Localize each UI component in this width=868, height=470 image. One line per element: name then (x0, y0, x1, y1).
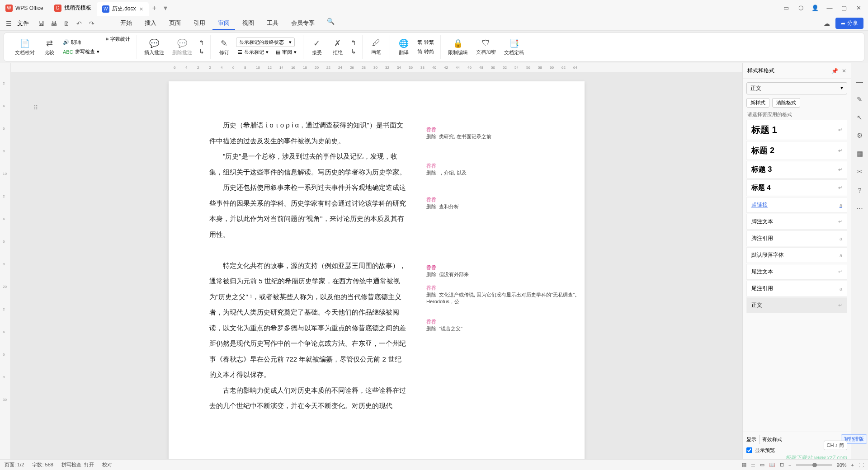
encrypt-button[interactable]: 🛡文档加密 (473, 38, 499, 56)
page-indicator[interactable]: 页面: 1/2 (5, 461, 24, 468)
revision-item[interactable]: 香香删除: 类研究, 在书面记录之前 (426, 127, 580, 140)
zoom-slider[interactable] (796, 464, 832, 466)
view-web-icon[interactable]: ▭ (760, 462, 764, 468)
close-panel-icon[interactable]: ✕ (842, 68, 846, 74)
revision-item[interactable]: 香香删除: "谎言之父" (426, 319, 580, 332)
next-comment-icon[interactable]: ↳ (198, 47, 206, 56)
proof-status[interactable]: 校对 (102, 461, 112, 468)
fullscreen-icon[interactable]: ⛶ (859, 462, 863, 468)
zoom-out-icon[interactable]: − (788, 462, 791, 468)
share-button[interactable]: ➦ 分享 (835, 18, 863, 29)
read-aloud-button[interactable]: 🔊朗诵 (61, 38, 101, 47)
tab-view[interactable]: 视图 (237, 17, 259, 30)
template-tab[interactable]: D 找稻壳模板 (49, 1, 97, 15)
redo-icon[interactable]: ↷ (88, 19, 96, 28)
view-read-icon[interactable]: 📖 (769, 462, 775, 468)
print-icon[interactable]: 🖶 (50, 19, 58, 28)
ink-button[interactable]: 🖊画笔 (367, 38, 385, 56)
style-item[interactable]: 脚注引用a (746, 230, 847, 246)
minimize-icon[interactable]: — (826, 4, 834, 12)
tab-menu-button[interactable]: ▾ (160, 4, 171, 12)
tab-vip[interactable]: 会员专享 (286, 17, 320, 30)
compare-button[interactable]: ⇄比较 (40, 38, 58, 57)
style-item[interactable]: 超链接a (746, 197, 847, 213)
tab-reference[interactable]: 引用 (188, 17, 211, 30)
show-markup-button[interactable]: ☰显示标记▾ (236, 48, 270, 56)
word-count-button[interactable]: ⌗字数统计 (104, 35, 132, 43)
undo-icon[interactable]: ↶ (75, 19, 83, 28)
prev-change-icon[interactable]: ↰ (349, 38, 358, 47)
zoom-level[interactable]: 90% (837, 462, 847, 468)
current-style-dropdown[interactable]: 正文 ▾ (746, 82, 847, 94)
to-simplified-button[interactable]: 简转简 (415, 47, 436, 56)
new-tab-button[interactable]: + (149, 4, 160, 12)
pin-icon[interactable]: 📌 (831, 68, 838, 74)
save-icon[interactable]: 🖫 (37, 19, 45, 28)
file-menu[interactable]: 文件 (17, 19, 29, 28)
zoom-in-icon[interactable]: + (851, 462, 854, 468)
tools-icon[interactable]: ✂ (855, 167, 864, 176)
style-item[interactable]: 标题 3↵ (746, 161, 847, 179)
document-area[interactable]: 6422468101214161820222426283032343638404… (11, 63, 742, 459)
tab-tools[interactable]: 工具 (261, 17, 284, 30)
window-pip-icon[interactable]: ▭ (782, 4, 790, 12)
prev-comment-icon[interactable]: ↰ (198, 38, 206, 47)
tab-start[interactable]: 开始 (115, 17, 137, 30)
view-print-icon[interactable]: ▦ (742, 462, 746, 468)
help-icon[interactable]: ? (855, 185, 864, 194)
to-traditional-button[interactable]: 繁转繁 (415, 38, 436, 47)
revision-item[interactable]: 香香删除: 但没有外部来 (426, 264, 580, 278)
review-pane-button[interactable]: ▤审阅▾ (274, 48, 298, 56)
tab-review[interactable]: 审阅 (212, 17, 235, 30)
doc-proofing-button[interactable]: 📄文档校对 (12, 38, 38, 57)
revision-item[interactable]: 香香删除: 查和分析 (426, 197, 580, 210)
reject-button[interactable]: ✗拒绝 (329, 38, 347, 57)
spell-status[interactable]: 拼写检查: 打开 (61, 461, 94, 468)
style-item[interactable]: 脚注文本↵ (746, 214, 847, 230)
close-window-icon[interactable]: ✕ (854, 4, 863, 12)
view-outline-icon[interactable]: ☰ (751, 462, 755, 468)
cube-icon[interactable]: ⬡ (797, 4, 805, 12)
print-preview-icon[interactable]: 🗎 (62, 19, 71, 28)
ime-indicator[interactable]: CH ♪ 简 (824, 441, 848, 450)
revision-item[interactable]: 香香删除: 文化遗产或传说, 因为它们没有显示出对历史学科的"无私调查"。Her… (426, 285, 580, 305)
gallery-icon[interactable]: ▦ (855, 149, 864, 158)
insert-comment-button[interactable]: 💬插入批注 (142, 38, 167, 57)
maximize-icon[interactable]: ▢ (840, 4, 848, 12)
style-item[interactable]: 默认段落字体a (746, 247, 847, 263)
style-list[interactable]: 标题 1↵标题 2↵标题 3↵标题 4↵超链接a脚注文本↵脚注引用a默认段落字体… (743, 120, 851, 432)
spell-check-button[interactable]: ABC拼写检查▾ (61, 47, 101, 56)
delete-comment-button[interactable]: 💬删除批注 (170, 38, 195, 57)
tab-page[interactable]: 页面 (164, 17, 186, 30)
app-tab[interactable]: W WPS Office (0, 1, 49, 15)
clear-format-button[interactable]: 清除格式 (772, 98, 800, 108)
settings-icon[interactable]: ⚙ (855, 131, 864, 140)
menu-icon[interactable]: ☰ (5, 19, 13, 28)
style-item[interactable]: 标题 2↵ (746, 141, 847, 160)
search-icon[interactable]: 🔍 (326, 17, 335, 25)
restrict-edit-button[interactable]: 🔒限制编辑 (445, 38, 471, 57)
document-tab[interactable]: W 历史.docx × (97, 2, 149, 16)
accept-button[interactable]: ✓接受 (308, 38, 326, 57)
more-icon[interactable]: ⋯ (855, 203, 864, 212)
markup-display-dropdown[interactable]: 显示标记的最终状态▾ (236, 38, 295, 47)
next-change-icon[interactable]: ↳ (349, 47, 358, 56)
page-content[interactable]: 历史（希腊语 ἱ σ τ ο ρ ί α，通过调查获得的知识"）是书面文件中描述… (169, 81, 422, 459)
style-item[interactable]: 尾注文本↵ (746, 264, 847, 280)
new-style-button[interactable]: 新样式 (746, 98, 769, 108)
close-tab-icon[interactable]: × (139, 5, 143, 13)
style-item[interactable]: 标题 4↵ (746, 179, 847, 196)
track-changes-button[interactable]: ✎修订 (215, 38, 233, 57)
checkbox-input[interactable] (746, 447, 752, 453)
style-item[interactable]: 尾注引用a (746, 281, 847, 296)
cloud-sync-icon[interactable]: ☁ (823, 19, 831, 28)
view-focus-icon[interactable]: ⊡ (780, 462, 784, 468)
style-item[interactable]: 标题 1↵ (746, 120, 847, 140)
word-count[interactable]: 字数: 588 (32, 461, 53, 468)
avatar-icon[interactable]: 👤 (811, 4, 819, 12)
paragraph-handle-icon[interactable]: ⠿ (33, 104, 38, 111)
translate-button[interactable]: 🌐翻译 (395, 38, 413, 57)
style-item[interactable]: 正文↵ (746, 297, 847, 313)
finalize-button[interactable]: 📑文档定稿 (501, 38, 527, 57)
collapse-icon[interactable]: — (855, 77, 864, 86)
